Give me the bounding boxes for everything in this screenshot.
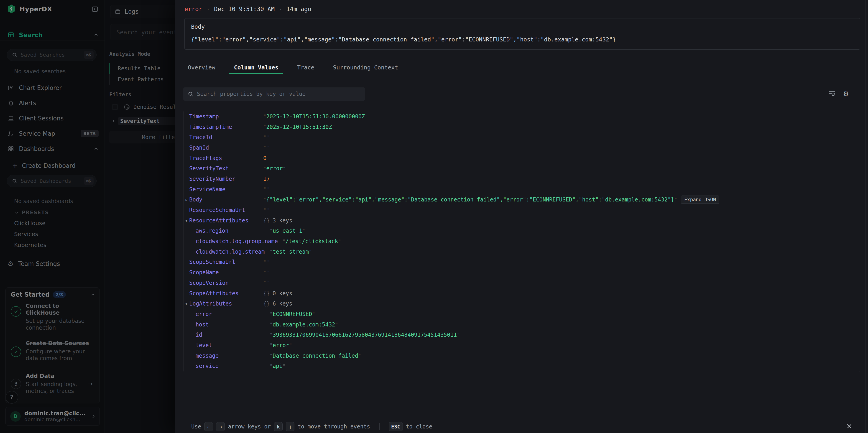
quote-glyph: " <box>263 145 266 151</box>
property-key: host <box>195 321 209 328</box>
table-row[interactable]: TraceId"" <box>184 132 860 143</box>
string-value: 2025-12-10T15:51:30.000000000Z <box>266 113 365 120</box>
table-row[interactable]: ScopeAttributes{}0 keys <box>184 288 860 299</box>
expand-json-button[interactable]: Expand JSON <box>681 195 719 204</box>
property-value: "ECONNREFUSED" <box>270 311 315 317</box>
tab-trace[interactable]: Trace <box>292 61 319 74</box>
string-value: 2025-12-10T15:51:30Z <box>266 124 332 130</box>
detail-tabs: OverviewColumn ValuesTraceSurrounding Co… <box>175 61 868 74</box>
table-row[interactable]: ▾ResourceAttributes{}3 keys <box>184 215 860 226</box>
quote-glyph: " <box>263 259 266 265</box>
property-value: "" <box>263 145 270 151</box>
braces-glyph: {} <box>263 217 270 224</box>
quote-glyph: " <box>263 166 266 172</box>
table-row[interactable]: aws.region"us-east-1" <box>184 226 860 236</box>
property-value: "" <box>263 134 270 140</box>
property-key: ServiceName <box>189 186 225 193</box>
string-value: Database connection failed <box>273 353 358 359</box>
property-value: "error" <box>270 342 292 348</box>
table-row[interactable]: SeverityText"error" <box>184 163 860 174</box>
braces-glyph: {} <box>263 290 270 297</box>
table-row[interactable]: error"ECONNREFUSED" <box>184 309 860 319</box>
table-settings-gear-icon[interactable]: ⚙ <box>843 89 848 97</box>
collapse-icon[interactable]: ▾ <box>184 301 189 306</box>
property-value: {}0 keys <box>263 290 292 297</box>
expand-icon[interactable]: ▸ <box>184 197 189 202</box>
table-row[interactable]: host"db.example.com:5432" <box>184 319 860 330</box>
quote-glyph: " <box>263 134 266 140</box>
table-row[interactable]: TraceFlags0 <box>184 153 860 163</box>
body-card-json: {"level":"error","service":"api","messag… <box>191 36 856 43</box>
event-age: 14m ago <box>286 6 311 12</box>
property-value: "2025-12-10T15:51:30.000000000Z" <box>263 113 368 120</box>
quote-glyph: " <box>289 342 292 348</box>
wrap-lines-icon[interactable] <box>828 89 836 97</box>
property-key: aws.region <box>195 228 228 234</box>
property-key: id <box>195 332 202 338</box>
column-values-table: Timestamp"2025-12-10T15:51:30.000000000Z… <box>183 111 860 372</box>
property-key: TraceId <box>189 134 212 141</box>
table-row[interactable]: ScopeVersion"" <box>184 278 860 288</box>
quote-glyph: " <box>302 228 305 234</box>
table-row[interactable]: ResourceSchemaUrl"" <box>184 205 860 215</box>
quote-glyph: " <box>267 207 270 213</box>
string-value: db.example.com:5432 <box>273 321 335 328</box>
table-row[interactable]: message"Database connection failed" <box>184 350 860 361</box>
quote-glyph: " <box>270 311 273 317</box>
quote-glyph: " <box>283 166 286 172</box>
property-key: Timestamp <box>189 113 219 120</box>
property-key: ResourceAttributes <box>189 217 248 224</box>
tab-column-values[interactable]: Column Values <box>229 61 283 74</box>
property-value: "" <box>263 270 270 275</box>
quote-glyph: " <box>674 197 677 203</box>
quote-glyph: " <box>270 332 273 338</box>
property-key: level <box>195 342 212 348</box>
property-value: "db.example.com:5432" <box>270 321 338 328</box>
property-search-input[interactable]: Search properties by key or value <box>183 87 365 101</box>
tab-surrounding-context[interactable]: Surrounding Context <box>328 61 403 74</box>
property-value: "/test/clickstack" <box>282 238 341 245</box>
property-key: cloudwatch.log.stream <box>195 249 265 255</box>
table-row[interactable]: Timestamp"2025-12-10T15:51:30.000000000Z… <box>184 111 860 122</box>
property-value: "error" <box>263 165 286 172</box>
property-key: TraceFlags <box>189 155 222 161</box>
table-row[interactable]: cloudwatch.log.group.name"/test/clicksta… <box>184 236 860 247</box>
scrollbar[interactable] <box>866 0 866 433</box>
table-row[interactable]: level"error" <box>184 340 860 350</box>
table-row[interactable]: id"3936933170699041670661627958043769141… <box>184 330 860 340</box>
table-row[interactable]: ▾LogAttributes{}6 keys <box>184 299 860 309</box>
table-row[interactable]: SpanId"" <box>184 143 860 153</box>
property-search-placeholder: Search properties by key or value <box>197 91 306 97</box>
table-row[interactable]: TimestampTime"2025-12-10T15:51:30Z" <box>184 122 860 132</box>
string-value: {"level":"error","service":"api","messag… <box>266 196 674 203</box>
property-key: SeverityText <box>189 165 228 172</box>
string-value: error <box>273 342 289 348</box>
table-row[interactable]: ServiceName"" <box>184 184 860 195</box>
quote-glyph: " <box>282 239 285 244</box>
table-row[interactable]: ScopeSchemaUrl"" <box>184 257 860 268</box>
property-value: 17 <box>263 176 270 182</box>
quote-glyph: " <box>365 114 368 119</box>
quote-glyph: " <box>263 114 266 119</box>
table-row[interactable]: cloudwatch.log.stream"test-stream" <box>184 247 860 257</box>
property-value: "us-east-1" <box>270 228 305 234</box>
property-key: message <box>195 353 219 359</box>
quote-glyph: " <box>263 207 266 213</box>
property-key: ScopeVersion <box>189 280 228 286</box>
quote-glyph: " <box>267 280 270 286</box>
property-value: {}3 keys <box>263 217 292 224</box>
collapse-icon[interactable]: ▾ <box>184 218 189 223</box>
string-value: ECONNREFUSED <box>273 311 312 317</box>
table-row[interactable]: ▸Body"{"level":"error","service":"api","… <box>184 195 860 205</box>
close-icon[interactable] <box>845 422 854 431</box>
body-card: Body {"level":"error","service":"api","m… <box>184 18 860 50</box>
number-value: 17 <box>263 176 270 182</box>
quote-glyph: " <box>270 228 273 234</box>
table-row[interactable]: ScopeName"" <box>184 267 860 278</box>
tab-overview[interactable]: Overview <box>183 61 220 74</box>
property-value: "" <box>263 186 270 192</box>
table-row[interactable]: service"api" <box>184 361 860 372</box>
quote-glyph: " <box>312 311 315 317</box>
table-row[interactable]: SeverityNumber17 <box>184 174 860 184</box>
quote-glyph: " <box>338 239 341 244</box>
